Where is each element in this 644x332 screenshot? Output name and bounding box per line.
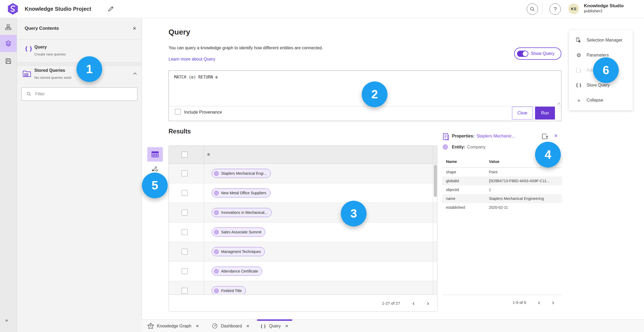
query-editor[interactable]: MATCH (e) RETURN e — [174, 75, 218, 80]
property-row[interactable]: name Staplers Mechanical Engineering — [442, 194, 562, 203]
property-value: {5D9B4713-F98D-4A53-A59F-C11... — [489, 179, 550, 183]
table-row[interactable]: Managment Techniques — [169, 242, 437, 262]
results-header-row: e — [169, 146, 437, 164]
properties-label: Properties: — [452, 134, 474, 139]
entity-pill-label: Sales Associate Summit — [221, 230, 261, 234]
entity-pill[interactable]: Staplers Mechanical Engi... — [212, 169, 271, 178]
expand-rail-icon[interactable]: » — [5, 317, 8, 323]
tab-knowledge-graph[interactable]: Knowledge Graph ✕ — [144, 320, 203, 332]
results-next-page-icon[interactable]: › — [427, 301, 429, 306]
entity-type-value: Company — [467, 145, 485, 150]
entity-pill[interactable]: Firebird Title — [212, 286, 246, 294]
table-row[interactable]: Attendance Certificate — [169, 262, 437, 281]
help-button[interactable]: ? — [550, 3, 561, 15]
entity-pill[interactable]: Sales Associate Summit — [212, 227, 265, 237]
tab-query[interactable]: { } Query ✕ — [257, 320, 292, 332]
property-row[interactable]: shape Point — [442, 168, 562, 177]
results-scrollbar-thumb[interactable] — [434, 165, 437, 197]
add-to-selection-icon[interactable] — [541, 133, 548, 140]
edit-title-pencil-icon[interactable] — [107, 5, 114, 12]
user-block[interactable]: Knowledge Studio publisher2 — [584, 3, 624, 14]
entity-pill[interactable]: Managment Techniques — [212, 247, 265, 256]
tab-close-icon[interactable]: ✕ — [246, 324, 250, 329]
prop-col-value: Value — [489, 159, 499, 164]
property-name: globalid — [446, 179, 459, 183]
gear-icon: ⚙ — [576, 53, 582, 58]
menu-item-selection-manager[interactable]: Selection Manager — [569, 34, 633, 47]
entity-pill[interactable]: Innovations in Mechanical... — [212, 208, 272, 217]
chevron-up-icon[interactable] — [133, 72, 137, 75]
show-query-toggle[interactable]: Show Query — [514, 47, 561, 60]
results-prev-page-icon[interactable]: ‹ — [412, 301, 415, 306]
row-checkbox[interactable] — [182, 170, 188, 176]
clear-button[interactable]: Clear — [512, 107, 533, 120]
entity-pill-label: Firebird Title — [221, 289, 242, 293]
prop-col-name: Name — [446, 159, 457, 164]
link-chart-icon — [151, 166, 158, 173]
tab-dashboard[interactable]: Dashboard ✕ — [208, 320, 253, 332]
row-checkbox[interactable] — [182, 268, 188, 274]
row-checkbox[interactable] — [182, 229, 188, 235]
braces-icon: { } — [25, 46, 32, 52]
entity-pill-label: Attendance Certificate — [221, 269, 258, 273]
show-query-label: Show Query — [531, 51, 554, 56]
properties-prev-page-icon[interactable]: ‹ — [538, 300, 540, 305]
table-row[interactable]: Innovations in Mechanical... — [169, 203, 437, 222]
filter-field[interactable] — [21, 87, 137, 101]
data-model-icon[interactable] — [5, 24, 12, 31]
property-value: Staplers Mechanical Engineering — [489, 196, 544, 201]
entity-dot-icon — [214, 269, 219, 274]
entity-type-dot-icon — [443, 144, 448, 150]
entity-pill[interactable]: New Metal Office Suppliers — [212, 188, 270, 197]
select-all-checkbox[interactable] — [182, 152, 188, 158]
property-row[interactable]: globalid {5D9B4713-F98D-4A53-A59F-C11... — [442, 177, 562, 185]
row-checkbox[interactable] — [182, 210, 188, 215]
property-row[interactable]: established 2020-02-11 — [442, 203, 562, 212]
table-view-button[interactable] — [147, 147, 163, 162]
tab-close-icon[interactable]: ✕ — [196, 324, 199, 329]
left-rail — [0, 18, 17, 332]
tab-label: Query — [269, 324, 281, 329]
avatar[interactable]: KS — [568, 3, 579, 14]
save-icon[interactable] — [5, 58, 12, 64]
run-button[interactable]: Run — [535, 107, 555, 120]
layers-icon[interactable] — [5, 40, 12, 47]
search-icon — [530, 6, 535, 12]
tab-close-icon[interactable]: ✕ — [285, 324, 288, 329]
search-button[interactable] — [527, 3, 538, 15]
resize-handle-icon[interactable] — [557, 101, 560, 105]
scrollbar-track-divider — [433, 146, 433, 294]
topbar-separator — [542, 3, 542, 15]
table-row[interactable]: New Metal Office Suppliers — [169, 183, 437, 203]
properties-footer: 1-5 of 5 ‹ › — [442, 295, 562, 310]
menu-item-collapse[interactable]: » Collapse — [569, 94, 633, 107]
annotation-badge-3: 3 — [341, 201, 367, 226]
collapse-icon: » — [576, 98, 582, 103]
table-row[interactable]: Sales Associate Summit — [169, 222, 437, 242]
properties-selected-entity[interactable]: Staplers Mechanic... — [476, 134, 515, 139]
query-item-label: Query — [34, 45, 47, 50]
entity-pill[interactable]: Attendance Certificate — [212, 267, 262, 276]
column-header-e[interactable]: e — [207, 152, 210, 157]
sidebar-item-query[interactable]: { } Query Create new queries — [17, 39, 142, 62]
page-title: Knowledge Studio Project — [25, 0, 91, 18]
include-provenance-checkbox[interactable] — [175, 109, 181, 115]
panel-close-icon[interactable]: ✕ — [133, 26, 136, 31]
annotation-badge-2: 2 — [362, 81, 387, 107]
row-checkbox[interactable] — [182, 288, 188, 294]
filter-input[interactable] — [35, 91, 124, 97]
row-checkbox[interactable] — [182, 249, 188, 255]
entity-dot-icon — [214, 191, 219, 195]
table-row[interactable]: Staplers Mechanical Engi... — [169, 164, 437, 183]
properties-close-icon[interactable]: ✕ — [554, 133, 558, 139]
table-row[interactable]: Firebird Title — [169, 281, 437, 294]
row-checkbox[interactable] — [182, 190, 188, 196]
learn-more-link[interactable]: Learn more about Query — [169, 57, 215, 62]
property-row[interactable]: objectid 1 — [442, 185, 562, 194]
properties-next-page-icon[interactable]: › — [552, 300, 554, 305]
menu-item-label: Parameters — [587, 53, 609, 58]
results-heading: Results — [169, 128, 191, 135]
entity-pill-label: Innovations in Mechanical... — [221, 210, 268, 215]
app-logo-icon[interactable] — [8, 3, 18, 15]
properties-doc-icon — [443, 133, 449, 140]
